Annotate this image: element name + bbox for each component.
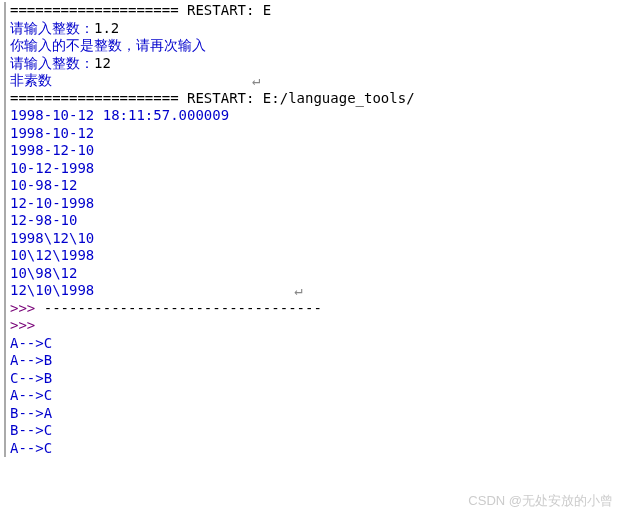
output-line: A-->C [4,387,617,405]
watermark: CSDN @无处安放的小曾 [468,492,613,510]
user-input: 12 [94,55,111,71]
restart-line: ==================== RESTART: E [4,2,617,20]
input-line: 请输入整数：12 [4,55,617,73]
repl-line[interactable]: >>> [4,317,617,335]
output-line: 10-98-12 [4,177,617,195]
user-input: 1.2 [94,20,119,36]
output-line: 10\98\12 [4,265,617,283]
prompt-label: 请输入整数： [10,20,94,36]
output-line: A-->B [4,352,617,370]
output-line: 1998-12-10 [4,142,617,160]
repl-line[interactable]: >>> --------------------------------- [4,300,617,318]
result-line: 非素数↵ [4,72,617,90]
error-line: 你输入的不是整数，请再次输入 [4,37,617,55]
cursor-icon: ↵ [294,282,302,300]
output-line: A-->C [4,335,617,353]
output-line: C-->B [4,370,617,388]
output-line: 1998-10-12 18:11:57.000009 [4,107,617,125]
output-line: B-->A [4,405,617,423]
output-line: 12\10\1998↵ [4,282,617,300]
cursor-icon: ↵ [252,72,260,90]
output-line: 12-10-1998 [4,195,617,213]
output-line: 1998-10-12 [4,125,617,143]
dash-separator: --------------------------------- [44,300,322,316]
repl-prompt: >>> [10,300,44,316]
python-console: ==================== RESTART: E 请输入整数：1.… [0,0,621,459]
prompt-label: 请输入整数： [10,55,94,71]
output-line: A-->C [4,440,617,458]
output-line: 10-12-1998 [4,160,617,178]
output-line: 10\12\1998 [4,247,617,265]
output-line: 12-98-10 [4,212,617,230]
output-line: B-->C [4,422,617,440]
restart-line: ==================== RESTART: E:/languag… [4,90,617,108]
input-line: 请输入整数：1.2 [4,20,617,38]
output-line: 1998\12\10 [4,230,617,248]
